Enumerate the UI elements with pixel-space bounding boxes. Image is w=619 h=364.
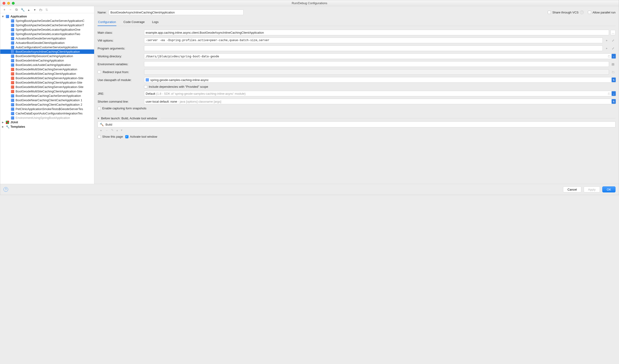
chevron-updown-icon[interactable]: ⇅ bbox=[612, 99, 616, 104]
tree-item[interactable]: AutoConfigurationCustomerServiceApplicat… bbox=[0, 45, 94, 49]
tab-logs[interactable]: Logs bbox=[152, 19, 159, 26]
ok-button[interactable]: OK bbox=[602, 186, 616, 192]
run-config-icon bbox=[11, 28, 14, 31]
up-icon[interactable]: ▴ bbox=[116, 128, 118, 133]
shorten-cmd-select[interactable]: user-local default: none - java [options… bbox=[144, 99, 616, 104]
copy-icon[interactable]: ⧉ bbox=[15, 8, 18, 12]
tree-item[interactable]: BootGeodeMultiSiteCachingServerApplicati… bbox=[0, 85, 94, 89]
tree-item[interactable]: BootGeodeNearCachingClientCacheApplicati… bbox=[0, 98, 94, 102]
tree-item[interactable]: BootGeodeNearCachingCacheServerApplicati… bbox=[0, 94, 94, 98]
apply-button[interactable]: Apply bbox=[584, 186, 600, 192]
config-tree[interactable]: ▾ Application SpringBootApacheGeodeCache… bbox=[0, 13, 94, 184]
snapshots-option[interactable]: Enable capturing form snapshots bbox=[98, 107, 146, 110]
tree-item[interactable]: BootGeodeNearCachingClientCacheApplicati… bbox=[0, 102, 94, 107]
run-config-icon bbox=[11, 99, 14, 102]
down-icon[interactable]: ▾ bbox=[33, 8, 37, 12]
tree-item-label: SpringBootApacheGeodeLocatorApplicationO… bbox=[15, 28, 80, 31]
close-icon[interactable] bbox=[2, 2, 5, 5]
jre-select[interactable]: Default (1.8 - SDK of 'spring-geode-samp… bbox=[144, 91, 616, 96]
tree-item[interactable]: ActuatorBootGeodeServerApplication bbox=[0, 36, 94, 41]
tree-item[interactable]: BootGeodeAsyncInlineCachingClientApplica… bbox=[0, 49, 94, 54]
share-vcs-option[interactable]: Share through VCS ? bbox=[548, 11, 584, 14]
include-provided-checkbox[interactable] bbox=[144, 85, 147, 88]
edit-icon[interactable]: ✎ bbox=[111, 128, 114, 133]
activate-tool-window-checkbox[interactable] bbox=[125, 135, 128, 138]
chevron-down-icon[interactable]: ⌄ bbox=[612, 54, 616, 58]
tab-configuration[interactable]: Configuration bbox=[98, 19, 116, 26]
list-icon[interactable]: ▤ bbox=[610, 62, 616, 67]
wrench-icon[interactable]: 🔧 bbox=[21, 8, 24, 12]
expand-icon[interactable]: ⤢ bbox=[611, 38, 616, 43]
folder-icon[interactable]: 🗀 bbox=[39, 8, 42, 12]
before-launch-header[interactable]: ▾ Before launch: Build, Activate tool wi… bbox=[98, 117, 616, 120]
hammer-icon: 🔨 bbox=[100, 122, 104, 126]
browse-folder-icon[interactable]: 🗀 bbox=[608, 92, 611, 95]
up-icon[interactable]: ▴ bbox=[27, 8, 30, 12]
before-launch-item-build[interactable]: 🔨 Build bbox=[98, 122, 615, 127]
sort-icon[interactable]: ⇅ bbox=[45, 8, 49, 12]
vm-options-input[interactable] bbox=[144, 38, 603, 43]
program-args-input[interactable] bbox=[144, 45, 603, 51]
tree-item[interactable]: BootGeodeHttpSessionCachingApplication bbox=[0, 54, 94, 58]
tree-item[interactable]: SpringBootApacheGeodeLocatorApplicationO… bbox=[0, 27, 94, 32]
insert-macro-icon[interactable]: + bbox=[604, 38, 609, 43]
working-dir-input[interactable]: /Users/jblum/pivdev/spring-boot-data-geo… bbox=[144, 54, 616, 59]
tree-item[interactable]: BootGeodeInlineCachingApplication bbox=[0, 58, 94, 63]
redirect-input-checkbox[interactable] bbox=[98, 70, 101, 74]
zoom-icon[interactable] bbox=[12, 2, 15, 5]
snapshots-checkbox[interactable] bbox=[98, 107, 101, 110]
tree-item[interactable]: BootGeodeLookAsideCachingApplication bbox=[0, 63, 94, 67]
tree-item[interactable]: BootGeodeMultiSiteCachingClientApplicati… bbox=[0, 89, 94, 94]
share-vcs-checkbox[interactable] bbox=[548, 11, 551, 14]
allow-parallel-option[interactable]: Allow parallel run bbox=[588, 11, 616, 14]
remove-icon[interactable]: － bbox=[105, 128, 108, 133]
tab-code-coverage[interactable]: Code Coverage bbox=[123, 19, 145, 26]
browse-main-class-button[interactable]: … bbox=[610, 30, 616, 35]
run-config-icon bbox=[11, 46, 14, 49]
redirect-input-option[interactable]: Redirect input from: bbox=[98, 70, 142, 74]
include-provided-option[interactable]: Include dependencies with "Provided" sco… bbox=[144, 85, 208, 88]
browse-folder-icon[interactable]: 🗀 bbox=[608, 54, 611, 58]
expand-icon[interactable]: ⤢ bbox=[611, 46, 616, 51]
before-launch-list: 🔨 Build bbox=[98, 121, 616, 127]
tree-item[interactable]: EnvironmentUsingSpringBootApplication bbox=[0, 116, 94, 120]
run-config-icon bbox=[11, 32, 14, 36]
tree-item[interactable]: SpringBootApacheGeodeCacheServerApplicat… bbox=[0, 23, 94, 27]
configuration-form: Main class: … VM options: + ⤢ Progra bbox=[98, 26, 616, 112]
activate-tool-window-option[interactable]: Activate tool window bbox=[125, 135, 157, 138]
tree-item[interactable]: BootGeodeMultiSiteCachingClientApplicati… bbox=[0, 80, 94, 85]
allow-parallel-checkbox[interactable] bbox=[588, 11, 591, 14]
add-icon[interactable]: ＋ bbox=[2, 8, 6, 12]
tree-templates-group[interactable]: ▸ 🔧 Templates bbox=[0, 124, 94, 129]
down-icon[interactable]: ▾ bbox=[121, 128, 123, 133]
caret-down-icon: ▾ bbox=[2, 15, 4, 18]
tree-item[interactable]: SpringBootApacheGeodeCacheServerApplicat… bbox=[0, 19, 94, 23]
remove-icon[interactable]: － bbox=[9, 8, 12, 12]
help-icon[interactable]: ? bbox=[580, 11, 584, 14]
tree-item[interactable]: SpringBootApacheGeodeLocatorApplicationT… bbox=[0, 32, 94, 36]
main-class-input[interactable] bbox=[144, 30, 609, 35]
config-tabs: Configuration Code Coverage Logs bbox=[98, 19, 616, 26]
env-vars-input[interactable] bbox=[144, 61, 609, 67]
cancel-button[interactable]: Cancel bbox=[563, 186, 581, 192]
tree-item[interactable]: BootGeodeMultiSiteCachingServerApplicati… bbox=[0, 76, 94, 80]
show-page-option[interactable]: Show this page bbox=[98, 135, 123, 138]
tree-junit-group[interactable]: ▸ JUnit bbox=[0, 120, 94, 124]
chevron-down-icon[interactable]: ⌄ bbox=[612, 91, 616, 96]
help-button[interactable]: ? bbox=[3, 187, 8, 192]
tree-item[interactable]: PetClinicApplicationSmokeTests$GeodeServ… bbox=[0, 107, 94, 111]
chevron-updown-icon[interactable]: ⇅ bbox=[612, 78, 616, 82]
run-config-icon bbox=[11, 19, 14, 23]
minimize-icon[interactable] bbox=[7, 2, 10, 5]
tree-item[interactable]: ActuatorBootGeodeClientApplication bbox=[0, 41, 94, 45]
add-icon[interactable]: ＋ bbox=[99, 128, 102, 133]
tree-application-group[interactable]: ▾ Application bbox=[0, 14, 94, 19]
tree-item[interactable]: BootGeodeMultiSiteCachingServerApplicati… bbox=[0, 67, 94, 71]
tree-item[interactable]: CacheDataExportAutoConfigurationIntegrat… bbox=[0, 111, 94, 116]
show-page-checkbox[interactable] bbox=[98, 135, 101, 138]
classpath-module-select[interactable]: spring-geode-samples-caching-inline-asyn… bbox=[144, 77, 616, 83]
tree-item-label: BootGeodeMultiSiteCachingClientApplicati… bbox=[15, 72, 76, 75]
name-input[interactable] bbox=[109, 10, 243, 15]
insert-macro-icon[interactable]: + bbox=[604, 46, 609, 51]
tree-item[interactable]: BootGeodeMultiSiteCachingClientApplicati… bbox=[0, 71, 94, 76]
